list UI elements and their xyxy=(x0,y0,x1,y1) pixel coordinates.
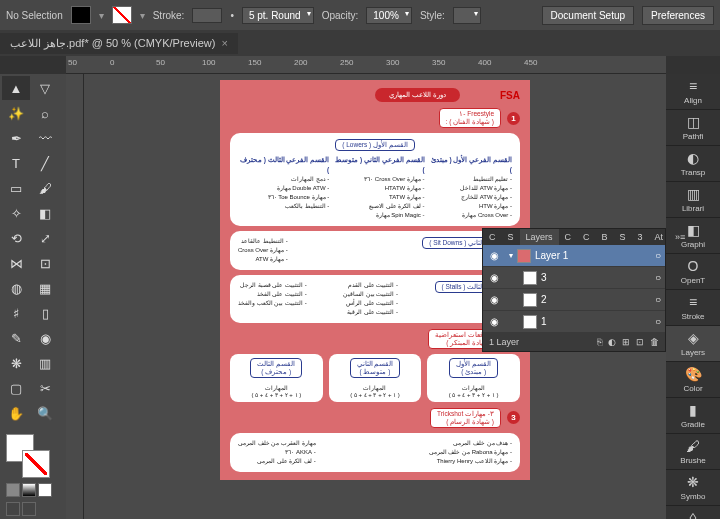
gradient-mode[interactable] xyxy=(22,483,36,497)
eyedropper-tool[interactable]: ✎ xyxy=(2,326,30,350)
preferences-button[interactable]: Preferences xyxy=(642,6,714,25)
document-tabs: جاهز اللاعب.pdf* @ 50 % (CMYK/Preview) × xyxy=(0,30,720,56)
section-5-card: - هدف من خلف المرمى - مهارة Rabona من خل… xyxy=(230,433,520,472)
none-mode[interactable] xyxy=(38,483,52,497)
transparency-panel[interactable]: ◐Transp xyxy=(666,146,720,182)
free-transform-tool[interactable]: ⊡ xyxy=(31,251,59,275)
brush-tool[interactable]: 🖌 xyxy=(31,176,59,200)
opentype-panel[interactable]: OOpenT xyxy=(666,254,720,290)
gradient-panel[interactable]: ▮Gradie xyxy=(666,398,720,434)
layer-row[interactable]: ◉3○ xyxy=(483,267,665,289)
gradient-tool[interactable]: ▯ xyxy=(31,301,59,325)
rectangle-tool[interactable]: ▭ xyxy=(2,176,30,200)
perspective-tool[interactable]: ▦ xyxy=(31,276,59,300)
selection-status: No Selection xyxy=(6,10,63,21)
magic-wand-tool[interactable]: ✨ xyxy=(2,101,30,125)
line-tool[interactable]: ╱ xyxy=(31,151,59,175)
eraser-tool[interactable]: ◧ xyxy=(31,201,59,225)
layer-count: 1 Layer xyxy=(489,337,519,347)
stroke-label: Stroke: xyxy=(153,10,185,21)
layers-panel-tab[interactable]: ◈Layers xyxy=(666,326,720,362)
stroke-color[interactable] xyxy=(22,450,50,478)
sublayer-icon[interactable]: ⊞ xyxy=(622,337,630,347)
pathfinder-panel[interactable]: ◫Pathfi xyxy=(666,110,720,146)
mask-icon[interactable]: ◐ xyxy=(608,337,616,347)
right-panels: ≡Align ◫Pathfi ◐Transp ▥Librari ◧Graphi … xyxy=(666,74,720,519)
section-number: 1 xyxy=(507,112,520,125)
visibility-icon[interactable]: ◉ xyxy=(487,250,501,261)
stroke-panel[interactable]: ≡Stroke xyxy=(666,290,720,326)
zoom-tool[interactable]: 🔍 xyxy=(31,401,59,425)
opacity-label: Opacity: xyxy=(322,10,359,21)
options-bar: No Selection ▾ ▾ Stroke: • 5 pt. Round O… xyxy=(0,0,720,30)
screen-mode-2[interactable] xyxy=(22,502,36,516)
course-title: دورة اللاعب المهاري xyxy=(375,88,460,102)
vertical-ruler xyxy=(66,74,84,519)
locate-icon[interactable]: ⎘ xyxy=(597,337,602,347)
scale-tool[interactable]: ⤢ xyxy=(31,226,59,250)
style-dropdown[interactable] xyxy=(453,7,481,24)
layer-row[interactable]: ◉1○ xyxy=(483,311,665,333)
graph-tool[interactable]: ▥ xyxy=(31,351,59,375)
document-setup-button[interactable]: Document Setup xyxy=(542,6,635,25)
color-picker[interactable] xyxy=(2,430,58,480)
hand-tool[interactable]: ✋ xyxy=(2,401,30,425)
screen-mode[interactable] xyxy=(6,502,20,516)
stroke-width-input[interactable] xyxy=(192,8,222,23)
pen-tool[interactable]: ✒ xyxy=(2,126,30,150)
libraries-panel[interactable]: ▥Librari xyxy=(666,182,720,218)
brushes-panel[interactable]: 🖌Brushe xyxy=(666,434,720,470)
layer-row[interactable]: ◉ ▾ Layer 1 ○ xyxy=(483,245,665,267)
section-2-card: القسم الثاني ( Sit Downs ) - التنطيط عال… xyxy=(230,231,520,270)
fill-none-swatch[interactable] xyxy=(112,6,132,24)
rotate-tool[interactable]: ⟲ xyxy=(2,226,30,250)
curvature-tool[interactable]: 〰 xyxy=(31,126,59,150)
layers-panel[interactable]: C S Layers C C B S 3 At »≡ ◉ ▾ Layer 1 ○… xyxy=(482,228,666,352)
width-tool[interactable]: ⋈ xyxy=(2,251,30,275)
selection-tool[interactable]: ▲ xyxy=(2,76,30,100)
blend-tool[interactable]: ◉ xyxy=(31,326,59,350)
section-3-card: القسم الثالث ( Stalls ) - التثبيت على ال… xyxy=(230,275,520,323)
horizontal-ruler: 50 0 50 100 150 200 250 300 350 400 450 xyxy=(66,56,666,74)
new-layer-icon[interactable]: ⊡ xyxy=(636,337,644,347)
stroke-profile-dropdown[interactable]: 5 pt. Round xyxy=(242,7,314,24)
document-tab[interactable]: جاهز اللاعب.pdf* @ 50 % (CMYK/Preview) × xyxy=(0,33,238,54)
layers-tab-active[interactable]: Layers xyxy=(520,229,559,245)
layers-tab-c[interactable]: C xyxy=(483,229,502,245)
close-icon[interactable]: × xyxy=(221,37,227,49)
layers-tab-s[interactable]: S xyxy=(502,229,520,245)
align-panel[interactable]: ≡Align xyxy=(666,74,720,110)
color-panel[interactable]: 🎨Color xyxy=(666,362,720,398)
3d-panel[interactable]: ◊3D and xyxy=(666,506,720,519)
color-mode[interactable] xyxy=(6,483,20,497)
symbols-panel[interactable]: ❋Symbo xyxy=(666,470,720,506)
delete-icon[interactable]: 🗑 xyxy=(650,337,659,347)
slice-tool[interactable]: ✂ xyxy=(31,376,59,400)
symbol-sprayer-tool[interactable]: ❋ xyxy=(2,351,30,375)
mesh-tool[interactable]: ♯ xyxy=(2,301,30,325)
lasso-tool[interactable]: ⌕ xyxy=(31,101,59,125)
artboard-tool[interactable]: ▢ xyxy=(2,376,30,400)
direct-selection-tool[interactable]: ▽ xyxy=(31,76,59,100)
tab-title: جاهز اللاعب.pdf* @ 50 % (CMYK/Preview) xyxy=(10,37,215,50)
layer-row[interactable]: ◉2○ xyxy=(483,289,665,311)
toolbox: ▲ ▽ ✨ ⌕ ✒ 〰 T ╱ ▭ 🖌 ✧ ◧ ⟲ ⤢ ⋈ ⊡ ◍ ▦ ♯ ▯ … xyxy=(0,74,66,519)
panel-menu-icon[interactable]: »≡ xyxy=(669,229,691,245)
shape-builder-tool[interactable]: ◍ xyxy=(2,276,30,300)
type-tool[interactable]: T xyxy=(2,151,30,175)
section-1-card: القسم الأول ( Lowers ) القسم الفرعي الأو… xyxy=(230,133,520,226)
logo: FSA xyxy=(500,90,520,101)
section-4-boxes: القسم الأول( مبتدئ )المهارات( ١ + ٢ + ٣ … xyxy=(230,354,520,402)
fill-swatch[interactable] xyxy=(71,6,91,24)
opacity-dropdown[interactable]: 100% xyxy=(366,7,412,24)
style-label: Style: xyxy=(420,10,445,21)
shaper-tool[interactable]: ✧ xyxy=(2,201,30,225)
